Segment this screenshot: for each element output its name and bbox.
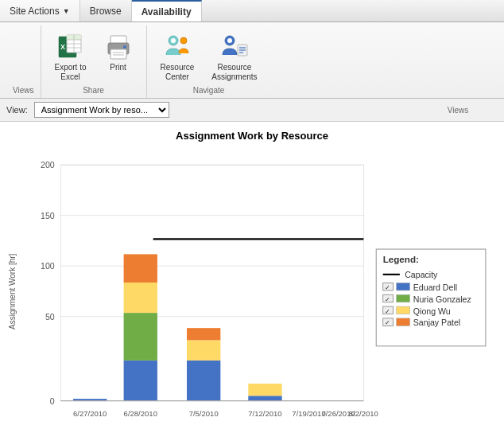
- svg-text:7/19/2010: 7/19/2010: [292, 409, 325, 418]
- svg-rect-71: [397, 318, 410, 326]
- export-excel-label: Export toExcel: [55, 63, 87, 82]
- resource-assignments-icon: [220, 33, 249, 61]
- svg-text:✓: ✓: [385, 295, 390, 303]
- view-dropdown[interactable]: Assignment Work by reso...: [34, 102, 169, 118]
- chart-container: Assignment Work by Resource Assignment W…: [0, 122, 504, 425]
- y-axis-label: Assignment Work [hr]: [8, 148, 21, 425]
- print-icon: [104, 33, 133, 61]
- svg-text:7/5/2010: 7/5/2010: [189, 409, 219, 418]
- svg-text:X: X: [60, 43, 65, 51]
- svg-text:✓: ✓: [385, 283, 390, 291]
- nav-bar: Site Actions ▼ Browse Availability: [0, 0, 504, 22]
- svg-text:50: 50: [45, 312, 55, 322]
- svg-text:8/2/2010: 8/2/2010: [349, 409, 378, 418]
- ribbon-group-share: X Export toExcel: [41, 25, 147, 98]
- print-label: Print: [110, 63, 126, 72]
- navigate-group-label: Navigate: [153, 84, 265, 98]
- svg-rect-36: [124, 361, 157, 401]
- svg-rect-43: [248, 396, 281, 400]
- export-to-excel-button[interactable]: X Export toExcel: [48, 29, 94, 84]
- svg-point-11: [123, 45, 126, 49]
- svg-text:Sanjay Patel: Sanjay Patel: [413, 318, 460, 327]
- resource-center-label: ResourceCenter: [161, 63, 195, 82]
- svg-rect-59: [397, 283, 410, 290]
- ribbon-group-navigate: ResourceCenter Reso: [147, 25, 271, 98]
- svg-point-16: [180, 37, 187, 44]
- views-group-label: Views: [13, 84, 34, 98]
- chart-title: Assignment Work by Resource: [8, 130, 496, 142]
- svg-rect-44: [248, 384, 281, 396]
- svg-text:Nuria Gonzalez: Nuria Gonzalez: [413, 294, 471, 304]
- chart-svg: 200 150 100 50 0: [21, 148, 496, 425]
- svg-text:200: 200: [41, 160, 55, 170]
- svg-rect-67: [397, 306, 410, 314]
- site-actions-menu[interactable]: Site Actions ▼: [0, 0, 80, 21]
- svg-text:7/12/2010: 7/12/2010: [248, 409, 281, 418]
- svg-rect-38: [124, 283, 157, 313]
- svg-point-18: [227, 38, 232, 43]
- site-actions-dropdown-icon: ▼: [63, 7, 70, 15]
- svg-text:Eduard Dell: Eduard Dell: [413, 283, 457, 292]
- ribbon-group-views: Views: [6, 25, 41, 98]
- export-excel-icon: X: [56, 33, 85, 61]
- print-button[interactable]: Print: [97, 29, 140, 84]
- svg-text:6/28/2010: 6/28/2010: [124, 409, 157, 418]
- view-row: View: Assignment Work by reso... Views: [0, 99, 504, 122]
- svg-text:Legend:: Legend:: [383, 254, 419, 264]
- svg-text:100: 100: [41, 261, 55, 271]
- svg-rect-37: [124, 313, 157, 361]
- svg-text:6/27/2010: 6/27/2010: [73, 409, 107, 418]
- svg-text:Qiong Wu: Qiong Wu: [413, 306, 451, 316]
- svg-rect-42: [187, 328, 220, 340]
- svg-point-15: [171, 38, 176, 43]
- svg-text:Capacity: Capacity: [405, 270, 438, 279]
- ribbon: Views X: [0, 22, 504, 99]
- svg-text:0: 0: [50, 396, 55, 406]
- svg-rect-10: [110, 49, 126, 59]
- svg-rect-40: [187, 361, 220, 401]
- svg-rect-41: [187, 340, 220, 360]
- svg-text:150: 150: [41, 211, 55, 220]
- browse-tab[interactable]: Browse: [80, 0, 132, 21]
- views-group-bottom-label: Views: [418, 106, 498, 115]
- resource-assignments-label: ResourceAssignments: [211, 63, 257, 82]
- resource-assignments-button[interactable]: ResourceAssignments: [204, 29, 264, 84]
- share-group-label: Share: [48, 84, 140, 98]
- resource-center-icon: [163, 33, 192, 61]
- availability-tab[interactable]: Availability: [132, 0, 202, 21]
- resource-center-button[interactable]: ResourceCenter: [153, 29, 202, 84]
- svg-rect-63: [397, 294, 410, 302]
- svg-text:✓: ✓: [385, 307, 390, 315]
- site-actions-label: Site Actions: [10, 6, 60, 17]
- svg-text:✓: ✓: [385, 318, 390, 326]
- view-label: View:: [6, 105, 28, 115]
- svg-rect-39: [124, 254, 157, 283]
